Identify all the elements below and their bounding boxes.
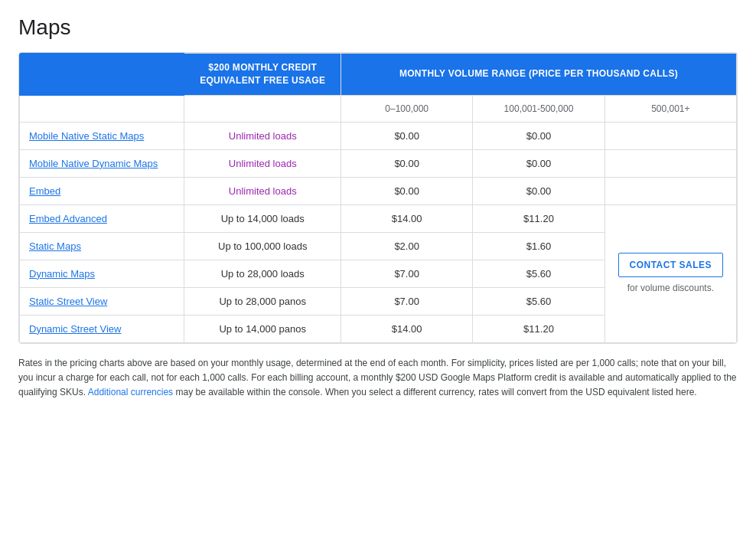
row-name-link[interactable]: Embed <box>29 185 60 197</box>
row-free-usage: Unlimited loads <box>184 122 341 149</box>
row-price-range3-empty <box>604 122 736 149</box>
row-free-usage: Up to 28,000 panos <box>184 287 341 315</box>
row-name: Dynamic Street View <box>20 315 184 342</box>
pricing-table-wrapper: $200 MONTHLY CREDIT EQUIVALENT FREE USAG… <box>18 52 738 344</box>
footnote-text-after: may be available within the console. Whe… <box>175 387 696 397</box>
row-name: Static Street View <box>20 287 184 315</box>
row-free-usage: Up to 14,000 loads <box>184 204 341 232</box>
row-name: Mobile Native Dynamic Maps <box>20 149 184 177</box>
row-price-range1: $2.00 <box>341 232 473 260</box>
row-price-range1: $0.00 <box>341 122 473 149</box>
row-price-range2: $0.00 <box>473 177 604 204</box>
row-price-range2: $0.00 <box>473 122 604 149</box>
header-free-usage: $200 MONTHLY CREDIT EQUIVALENT FREE USAG… <box>184 54 341 96</box>
table-row: EmbedUnlimited loads$0.00$0.00 <box>20 177 737 204</box>
subheader-empty <box>20 95 184 122</box>
subheader-range1: 0–100,000 <box>341 95 473 122</box>
row-free-usage: Unlimited loads <box>184 149 341 177</box>
row-price-range2: $5.60 <box>473 287 604 315</box>
row-price-range1: $0.00 <box>341 149 473 177</box>
row-name-link[interactable]: Dynamic Maps <box>29 268 95 280</box>
row-price-range1: $7.00 <box>341 287 473 315</box>
row-name: Mobile Native Static Maps <box>20 122 184 149</box>
row-name: Dynamic Maps <box>20 260 184 287</box>
row-price-range2: $11.20 <box>473 315 604 342</box>
row-price-range1: $0.00 <box>341 177 473 204</box>
row-name-link[interactable]: Mobile Native Dynamic Maps <box>29 158 158 169</box>
row-price-range2: $0.00 <box>473 149 604 177</box>
table-row: Mobile Native Static MapsUnlimited loads… <box>20 122 737 149</box>
pricing-table: $200 MONTHLY CREDIT EQUIVALENT FREE USAG… <box>19 53 737 343</box>
table-row: Embed AdvancedUp to 14,000 loads$14.00$1… <box>20 204 737 232</box>
row-name-link[interactable]: Mobile Native Static Maps <box>29 130 144 142</box>
row-name-link[interactable]: Embed Advanced <box>29 213 107 224</box>
header-empty-col <box>20 54 184 96</box>
subheader-range3: 500,001+ <box>604 95 736 122</box>
contact-sales-cell: CONTACT SALESfor volume discounts. <box>604 204 736 342</box>
row-price-range1: $14.00 <box>341 204 473 232</box>
table-row: Mobile Native Dynamic MapsUnlimited load… <box>20 149 737 177</box>
subheader-range2: 100,001-500,000 <box>473 95 604 122</box>
row-free-usage: Up to 14,000 panos <box>184 315 341 342</box>
row-price-range2: $1.60 <box>473 232 604 260</box>
row-price-range3-empty <box>604 149 736 177</box>
row-free-usage: Unlimited loads <box>184 177 341 204</box>
row-price-range1: $14.00 <box>341 315 473 342</box>
row-name-link[interactable]: Static Street View <box>29 296 107 307</box>
row-free-usage: Up to 28,000 loads <box>184 260 341 287</box>
additional-currencies-link[interactable]: Additional currencies <box>88 387 173 397</box>
row-name: Static Maps <box>20 232 184 260</box>
page-title: Maps <box>18 15 738 40</box>
header-volume-range: MONTHLY VOLUME RANGE (PRICE PER THOUSAND… <box>341 54 737 96</box>
row-name-link[interactable]: Dynamic Street View <box>29 323 121 335</box>
footnote: Rates in the pricing charts above are ba… <box>18 356 738 401</box>
row-price-range3-empty <box>604 177 736 204</box>
row-name-link[interactable]: Static Maps <box>29 240 81 252</box>
subheader-free-empty <box>184 95 341 122</box>
contact-subtext: for volume discounts. <box>614 282 727 295</box>
row-free-usage: Up to 100,000 loads <box>184 232 341 260</box>
row-name: Embed <box>20 177 184 204</box>
contact-sales-button[interactable]: CONTACT SALES <box>618 253 724 277</box>
row-name: Embed Advanced <box>20 204 184 232</box>
row-price-range2: $11.20 <box>473 204 604 232</box>
row-price-range1: $7.00 <box>341 260 473 287</box>
row-price-range2: $5.60 <box>473 260 604 287</box>
